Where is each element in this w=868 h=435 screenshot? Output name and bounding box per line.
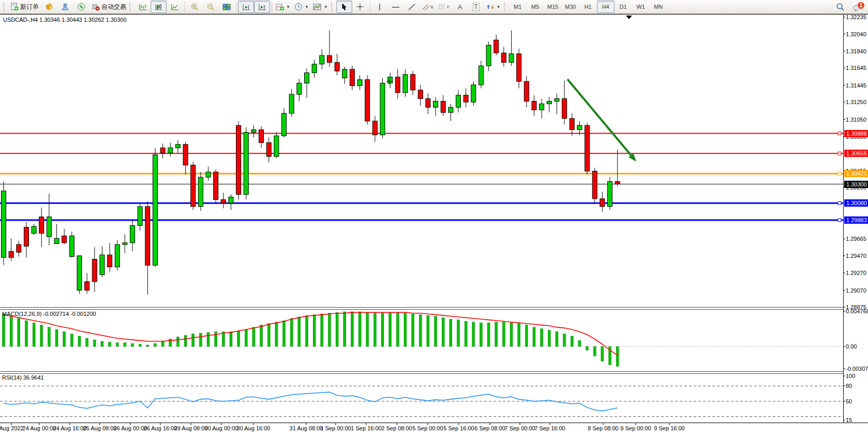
zoom-out-button[interactable] [202, 1, 218, 13]
time-axis-label: 6 Sep 08:00 [474, 425, 505, 431]
time-axis-label: 31 Aug 08:00 [290, 425, 323, 431]
macd-pane-separator[interactable] [0, 307, 843, 310]
periods-button[interactable]: ▼ [292, 1, 311, 13]
timeframe-button-M15[interactable]: M15 [544, 1, 562, 13]
textbox-tool-label: T [473, 3, 480, 11]
templates-button[interactable]: ▼ [311, 1, 330, 13]
chart-shift-icon [258, 3, 266, 11]
chart-title: USDCAD-,H4 1.30346 1.30443 1.30262 1.303… [3, 17, 127, 23]
rsi-axis-label: 100 [846, 373, 855, 379]
macd-indicator [3, 312, 619, 367]
time-axis-border [0, 423, 868, 423]
timeframe-button-M30[interactable]: M30 [562, 1, 579, 13]
timeframe-button-W1[interactable]: W1 [632, 1, 650, 13]
templates-icon [313, 3, 322, 11]
autotrading-button[interactable]: 自动交易 [89, 1, 128, 13]
line-chart-icon [171, 3, 179, 11]
line-chart-button[interactable] [167, 1, 183, 13]
zoom-in-icon [190, 3, 199, 11]
cursor-tool-button[interactable] [336, 1, 352, 13]
price-axis-label: 1.31050 [846, 117, 866, 123]
macd-axis-label: 0.00 [846, 343, 857, 350]
toolbar-grip[interactable] [3, 2, 6, 11]
crosshair-icon [356, 3, 364, 11]
time-axis-label: 1 Sep 00:00 [320, 425, 351, 431]
zoom-in-button[interactable] [186, 1, 202, 13]
time-axis-label: 24 Aug 00:00 [23, 425, 56, 431]
chevron-down-icon: ▼ [497, 5, 501, 9]
bar-chart-icon [139, 3, 147, 11]
vertical-line-icon [377, 3, 383, 11]
arrows-shapes-icon [486, 3, 495, 11]
auto-scroll-icon [242, 3, 250, 11]
navigator-button[interactable] [57, 1, 73, 13]
timeframe-button-D1[interactable]: D1 [615, 1, 632, 13]
notification-count-badge: 1 [858, 2, 864, 9]
zoom-out-icon [206, 3, 215, 11]
signals-button[interactable] [73, 1, 89, 13]
price-badge: 1.30888 [844, 130, 868, 137]
fibonacci-icon [438, 3, 446, 11]
timeframe-button-MN[interactable]: MN [650, 1, 667, 13]
tile-windows-icon [222, 3, 231, 11]
horizontal-level-lines [0, 132, 843, 222]
candlestick-chart-button[interactable] [151, 1, 167, 13]
autotrading-icon [91, 3, 100, 11]
timeframe-button-H4[interactable]: H4 [597, 1, 615, 13]
time-axis-label: 7 Sep 00:00 [504, 425, 535, 431]
new-order-button[interactable]: 新订单 [8, 1, 41, 13]
macd-axis-label: -0.003071 [846, 366, 868, 372]
time-axis-label: 25 Aug 08:00 [83, 425, 117, 431]
mt4-terminal: { "toolbar": { "new_order_label": "新订单",… [0, 0, 868, 435]
new-order-icon [10, 3, 19, 11]
toolbar-grip[interactable] [129, 2, 132, 11]
time-axis-label: 26 Aug 00:00 [114, 425, 147, 431]
tile-windows-button[interactable] [218, 1, 234, 13]
time-axis-label: 5 Sep 16:00 [443, 425, 474, 431]
time-axis-label: 5 Sep 00:00 [412, 425, 443, 431]
notifications-button[interactable]: 1 [848, 1, 866, 13]
profile-icon [61, 3, 69, 11]
price-axis-label: 1.29270 [846, 270, 866, 276]
price-badge: 1.30300 [844, 181, 868, 188]
candlesticks [2, 31, 620, 295]
toolbar-grip[interactable] [504, 2, 507, 11]
search-button[interactable] [832, 1, 848, 13]
timeframe-button-H1[interactable]: H1 [579, 1, 597, 13]
price-axis-label: 1.29665 [846, 236, 866, 242]
fibonacci-tool-button[interactable]: F [436, 1, 452, 13]
timeframe-group: M1M5M15M30H1H4D1W1MN [509, 1, 667, 13]
toolbar-grip[interactable] [331, 2, 334, 11]
rsi-pane-separator[interactable] [0, 371, 843, 374]
chart-shift-button[interactable] [254, 1, 270, 13]
price-badge: 1.29883 [844, 216, 868, 224]
toolbar-right-tools: 1 [832, 1, 866, 13]
horizontal-line-tool-button[interactable] [388, 1, 404, 13]
horizontal-line-icon [392, 3, 400, 11]
axis-ticks [11, 17, 845, 425]
trendline-icon [408, 3, 416, 11]
price-badge: 1.30080 [844, 199, 868, 207]
toolbar-separator [272, 2, 272, 12]
market-watch-button[interactable] [41, 1, 57, 13]
auto-scroll-button[interactable] [238, 1, 254, 13]
trendline-tool-button[interactable] [404, 1, 420, 13]
arrows-tool-button[interactable]: ▼ [484, 1, 503, 13]
bar-chart-button[interactable] [134, 1, 151, 13]
crosshair-tool-button[interactable] [352, 1, 368, 13]
rsi-axis-label: 50 [846, 398, 852, 404]
indicators-button[interactable]: ▼ [274, 1, 292, 13]
timeframe-button-M1[interactable]: M1 [509, 1, 527, 13]
rsi-indicator-label: RSI(14) 36.9641 [2, 374, 44, 381]
time-axis-label: 29 Aug 08:00 [174, 425, 208, 431]
price-axis-label: 1.31250 [846, 99, 866, 105]
vertical-line-tool-button[interactable] [372, 1, 388, 13]
chart-shift-marker[interactable] [626, 16, 632, 19]
equidistant-channel-icon [422, 3, 430, 11]
text-tool-button[interactable]: A [452, 1, 468, 13]
timeframe-button-M5[interactable]: M5 [527, 1, 544, 13]
text-label-tool-button[interactable]: T [468, 1, 484, 13]
chart-canvas[interactable] [0, 0, 868, 435]
channel-tool-button[interactable]: E [420, 1, 436, 13]
signal-icon [77, 3, 85, 11]
